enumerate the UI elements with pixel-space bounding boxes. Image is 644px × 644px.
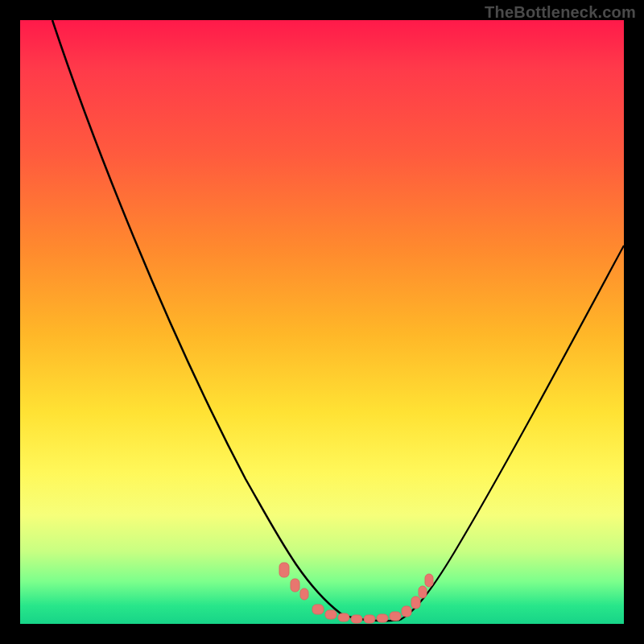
svg-rect-12	[419, 586, 427, 598]
svg-rect-3	[312, 605, 324, 614]
svg-rect-8	[377, 614, 388, 622]
svg-rect-9	[390, 612, 401, 621]
watermark-text: TheBottleneck.com	[485, 3, 636, 22]
outer-frame: TheBottleneck.com	[0, 0, 644, 644]
svg-rect-7	[364, 615, 375, 623]
bottleneck-curve	[20, 20, 624, 624]
curve-left-branch	[52, 20, 341, 613]
svg-rect-2	[300, 588, 308, 600]
svg-rect-0	[279, 563, 289, 577]
svg-rect-5	[338, 613, 349, 621]
svg-rect-6	[351, 615, 362, 623]
curve-right-branch	[400, 246, 624, 620]
svg-rect-13	[425, 574, 433, 587]
plot-area	[20, 20, 624, 624]
svg-rect-4	[325, 610, 336, 619]
svg-rect-10	[402, 606, 411, 617]
svg-rect-1	[291, 579, 299, 592]
svg-rect-11	[411, 597, 420, 609]
